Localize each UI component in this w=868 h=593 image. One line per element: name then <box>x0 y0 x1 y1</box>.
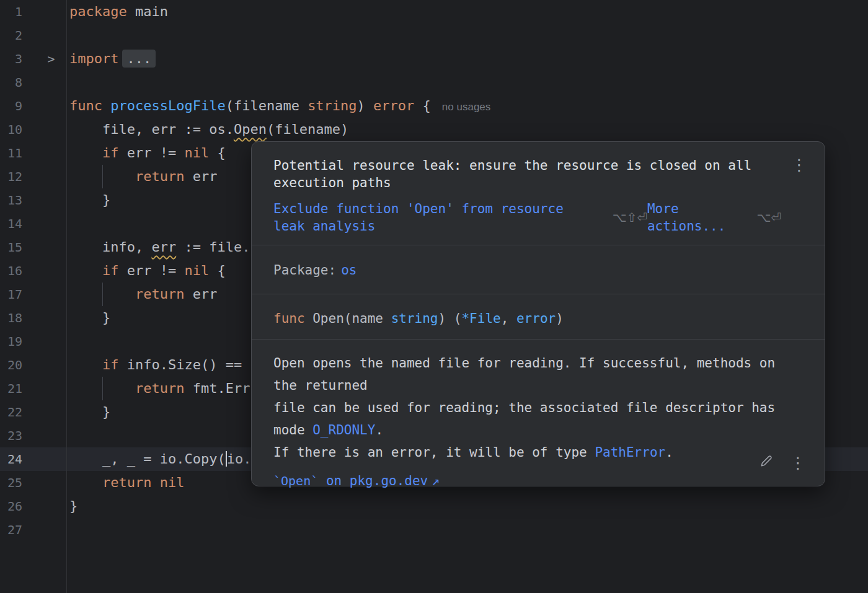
gutter[interactable]: 25 <box>0 471 66 494</box>
code-line-10[interactable]: 10 file, err := os.Open(filename) <box>0 118 868 141</box>
code-line-27[interactable]: 27 <box>0 518 868 542</box>
code-token: (filename <box>226 98 308 113</box>
gutter[interactable]: 1 <box>0 0 66 24</box>
line-number[interactable]: 19 <box>0 330 22 353</box>
line-number[interactable]: 20 <box>0 353 22 377</box>
code-text <box>66 212 69 235</box>
fold-area <box>22 24 66 47</box>
code-text <box>66 518 69 542</box>
doc-line: file can be used for reading; the associ… <box>273 397 803 441</box>
open-code-snippet: `Open` <box>273 473 318 488</box>
signature-type-link[interactable]: string <box>391 311 438 326</box>
line-number[interactable]: 1 <box>0 0 22 24</box>
code-token: package <box>69 4 127 19</box>
gutter[interactable]: 20 <box>0 353 66 377</box>
line-number[interactable]: 8 <box>0 71 22 94</box>
line-number[interactable]: 10 <box>0 118 22 141</box>
code-line-1[interactable]: 1package main <box>0 0 868 24</box>
line-number[interactable]: 17 <box>0 283 22 306</box>
gutter[interactable]: 26 <box>0 494 66 518</box>
gutter[interactable]: 18 <box>0 306 66 330</box>
fold-chevron-icon[interactable]: > <box>22 47 66 71</box>
gutter[interactable]: 14 <box>0 212 66 235</box>
gutter[interactable]: 23 <box>0 424 66 447</box>
doc-text-segment: . <box>665 445 673 460</box>
line-number[interactable]: 24 <box>0 447 22 471</box>
code-token: import <box>69 51 118 66</box>
code-token: return <box>135 169 184 184</box>
code-line-8[interactable]: 8 <box>0 71 868 94</box>
code-line-2[interactable]: 2 <box>0 24 868 47</box>
gutter[interactable]: 22 <box>0 400 66 424</box>
line-number[interactable]: 16 <box>0 259 22 283</box>
gutter[interactable]: 19 <box>0 330 66 353</box>
signature-token: , <box>501 311 516 326</box>
fold-area <box>22 400 66 424</box>
more-actions-link[interactable]: More actions... <box>647 200 743 235</box>
code-token: } <box>69 310 110 325</box>
code-token: if <box>102 263 119 278</box>
signature-type-link[interactable]: error <box>516 311 556 326</box>
gutter[interactable]: 16 <box>0 259 66 283</box>
gutter[interactable]: 3> <box>0 47 66 71</box>
doc-type-link[interactable]: O_RDONLY <box>312 423 375 437</box>
popup-footer: ⋮ <box>760 455 806 471</box>
doc-type-link[interactable]: PathError <box>595 445 665 460</box>
code-token: io. <box>227 451 252 467</box>
code-line-9[interactable]: 9func processLogFile(filename string) er… <box>0 94 868 118</box>
line-number[interactable]: 9 <box>0 94 22 118</box>
line-number[interactable]: 23 <box>0 424 22 447</box>
code-text: package main <box>66 0 168 24</box>
edit-pencil-icon[interactable] <box>760 455 773 471</box>
line-number[interactable]: 26 <box>0 494 22 518</box>
code-token <box>69 357 102 372</box>
gutter[interactable]: 12 <box>0 165 66 188</box>
inspection-popup: Potential resource leak: ensure the reso… <box>251 141 825 486</box>
gutter[interactable]: 21 <box>0 377 66 400</box>
fold-area <box>22 518 66 542</box>
code-line-3[interactable]: 3>import... <box>0 47 868 71</box>
fold-area <box>22 471 66 494</box>
fold-area <box>22 118 66 141</box>
code-token: return <box>102 475 151 490</box>
code-token <box>69 286 135 302</box>
exclude-shortcut-hint: ⌥⇧⏎ <box>612 209 647 226</box>
line-number[interactable]: 11 <box>0 141 22 165</box>
line-number[interactable]: 2 <box>0 24 22 47</box>
line-number[interactable]: 14 <box>0 212 22 235</box>
pkg-go-dev-link[interactable]: `Open` on pkg.go.dev↗ <box>252 463 825 490</box>
fold-area <box>22 141 66 165</box>
fold-area <box>22 71 66 94</box>
code-token <box>69 475 102 490</box>
gutter[interactable]: 11 <box>0 141 66 165</box>
external-link-icon: ↗ <box>432 473 440 488</box>
inspection-message: Potential resource leak: ensure the reso… <box>252 142 825 191</box>
line-number[interactable]: 25 <box>0 471 22 494</box>
gutter[interactable]: 17 <box>0 283 66 306</box>
line-number[interactable]: 13 <box>0 188 22 212</box>
popup-more-icon[interactable]: ⋮ <box>791 157 807 173</box>
gutter[interactable]: 2 <box>0 24 66 47</box>
line-number[interactable]: 18 <box>0 306 22 330</box>
line-number[interactable]: 21 <box>0 377 22 400</box>
footer-more-icon[interactable]: ⋮ <box>790 455 806 471</box>
gutter[interactable]: 13 <box>0 188 66 212</box>
gutter[interactable]: 8 <box>0 71 66 94</box>
exclude-function-link[interactable]: Exclude function 'Open' from resource le… <box>273 200 598 235</box>
gutter[interactable]: 24 <box>0 447 66 471</box>
code-line-26[interactable]: 26} <box>0 494 868 518</box>
line-number[interactable]: 15 <box>0 235 22 259</box>
code-token: err <box>184 286 217 302</box>
line-number[interactable]: 22 <box>0 400 22 424</box>
gutter[interactable]: 10 <box>0 118 66 141</box>
gutter[interactable]: 9 <box>0 94 66 118</box>
line-number[interactable]: 27 <box>0 518 22 542</box>
line-number[interactable]: 3 <box>0 47 22 71</box>
code-editor[interactable]: 1package main23>import...89func processL… <box>0 0 868 593</box>
gutter[interactable]: 15 <box>0 235 66 259</box>
signature-type-link[interactable]: *File <box>461 311 500 326</box>
line-number[interactable]: 12 <box>0 165 22 188</box>
folded-import-region[interactable]: ... <box>122 50 156 68</box>
package-os-link[interactable]: os <box>341 263 356 278</box>
gutter[interactable]: 27 <box>0 518 66 542</box>
